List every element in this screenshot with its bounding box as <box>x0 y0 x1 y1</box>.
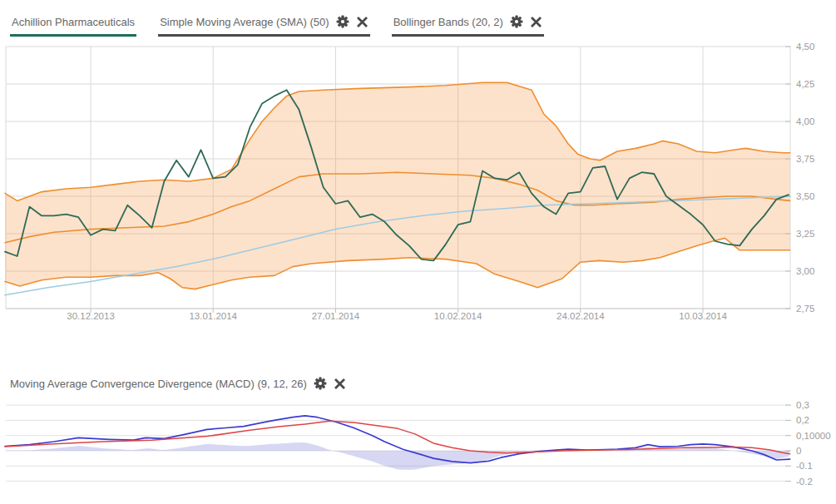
tab-bollinger-bands[interactable]: Bollinger Bands (20, 2) <box>392 14 544 37</box>
macd-title: Moving Average Convergence Divergence (M… <box>10 378 307 390</box>
x-tick-label: 30.12.2013 <box>67 311 115 321</box>
tab-label: Bollinger Bands (20, 2) <box>393 16 503 28</box>
x-tick-label: 24.02.2014 <box>557 311 605 321</box>
gear-icon[interactable] <box>313 376 328 391</box>
y-tick-label: 4,00 <box>796 116 814 126</box>
close-icon[interactable] <box>356 16 369 28</box>
y-tick-label: 3,00 <box>796 266 814 276</box>
x-tick-label: 10.03.2014 <box>679 311 727 321</box>
x-tick-label: 27.01.2014 <box>312 311 360 321</box>
chart-tabs: Achillion Pharmaceuticals Simple Moving … <box>10 14 544 37</box>
y-tick-label: 3,50 <box>796 191 814 201</box>
tab-label: Simple Moving Average (SMA) (50) <box>160 16 329 28</box>
tab-label: Achillion Pharmaceuticals <box>12 16 135 28</box>
stock-chart-app: 4,504,254,003,753,503,253,002,7530.12.20… <box>0 0 836 504</box>
y-tick-label: -0.2 <box>796 477 813 487</box>
y-tick-label: 0,3 <box>796 400 809 410</box>
y-tick-label: 4,50 <box>796 42 814 52</box>
y-tick-label: 2,75 <box>796 304 814 314</box>
chart-canvas[interactable]: 4,504,254,003,753,503,253,002,7530.12.20… <box>0 0 836 504</box>
y-tick-label: 3,75 <box>796 154 814 164</box>
y-tick-label: 0,2 <box>796 415 809 425</box>
signal-line <box>5 421 790 453</box>
close-icon[interactable] <box>334 378 346 390</box>
x-tick-label: 10.02.2014 <box>434 311 482 321</box>
x-tick-label: 13.01.2014 <box>189 311 237 321</box>
gear-icon[interactable] <box>335 14 350 29</box>
gear-icon[interactable] <box>509 14 524 29</box>
y-tick-label: -0.1 <box>796 461 813 471</box>
y-tick-label: 4,25 <box>796 79 814 89</box>
macd-indicator-header: Moving Average Convergence Divergence (M… <box>10 376 346 391</box>
y-tick-label: 0,10000 <box>796 431 831 441</box>
y-tick-label: 0 <box>796 446 801 456</box>
tab-achillion-pharmaceuticals[interactable]: Achillion Pharmaceuticals <box>10 14 136 37</box>
y-tick-label: 3,25 <box>796 229 814 239</box>
close-icon[interactable] <box>530 16 542 28</box>
tab-sma-50[interactable]: Simple Moving Average (SMA) (50) <box>158 14 370 37</box>
